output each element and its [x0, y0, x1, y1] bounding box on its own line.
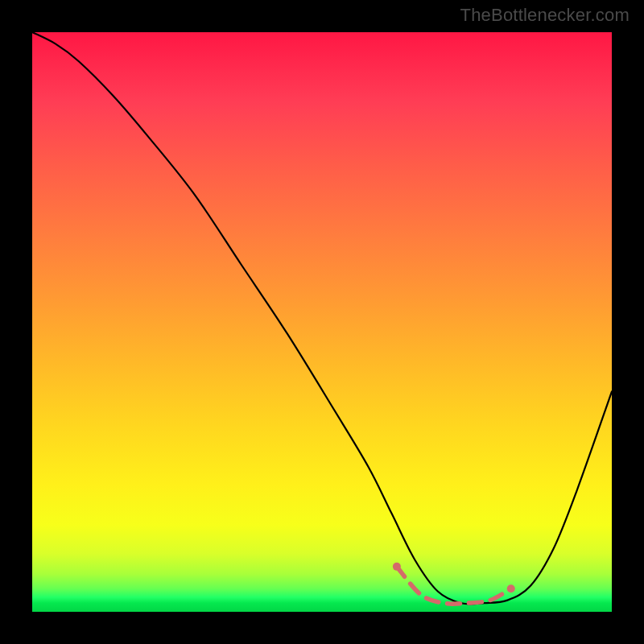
chart-frame: TheBottlenecker.com [0, 0, 644, 644]
attribution-text: TheBottlenecker.com [460, 5, 630, 26]
bottleneck-curve [32, 32, 612, 604]
valley-endpoint-dot [393, 563, 401, 571]
valley-endpoint-markers [393, 563, 515, 592]
valley-endpoint-dot [507, 584, 515, 592]
valley-highlight [397, 567, 511, 604]
plot-area [32, 32, 612, 612]
chart-svg [32, 32, 612, 612]
